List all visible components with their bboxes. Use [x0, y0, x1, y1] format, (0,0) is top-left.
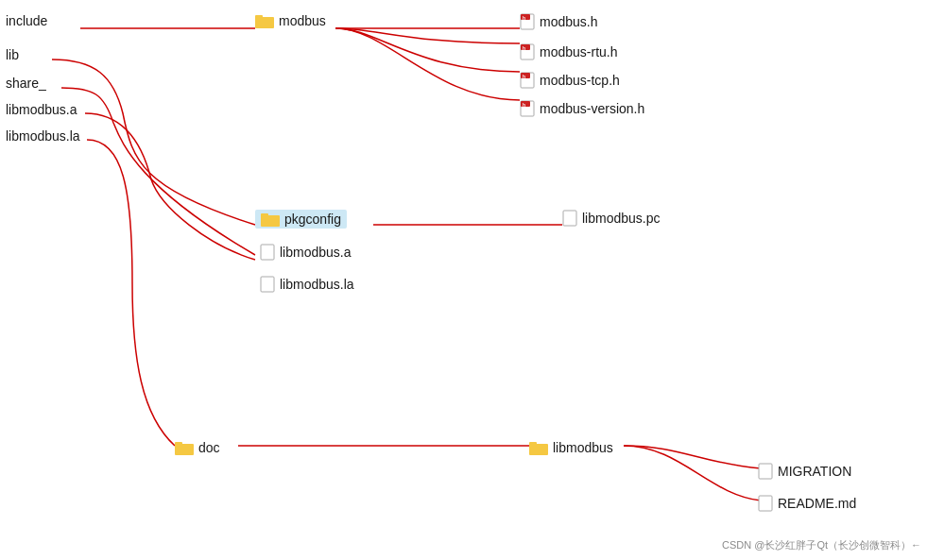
header-file-icon-2: h: [520, 43, 535, 60]
modbus-tcp-h-item[interactable]: h modbus-tcp.h: [520, 72, 620, 89]
modbus-folder-item[interactable]: modbus: [255, 13, 326, 28]
svg-rect-23: [759, 464, 772, 479]
header-file-icon: h: [520, 13, 535, 30]
doc-folder-item[interactable]: doc: [175, 440, 220, 455]
libmodbus-la-root-item[interactable]: libmodbus.la: [6, 128, 80, 144]
generic-file-icon: [562, 210, 577, 227]
libmodbus-a-root-item[interactable]: libmodbus.a: [6, 102, 77, 117]
folder-icon-pkgconfig: [261, 212, 280, 227]
folder-icon-doc: [175, 440, 194, 455]
svg-rect-20: [175, 442, 182, 446]
include-item[interactable]: include: [6, 13, 47, 28]
svg-rect-18: [261, 277, 274, 292]
modbus-version-h-item[interactable]: h modbus-version.h: [520, 100, 644, 117]
share-item[interactable]: share_: [6, 76, 46, 91]
svg-rect-16: [563, 211, 576, 226]
tree-container: include lib share_ libmodbus.a libmodbus…: [0, 0, 927, 560]
migration-item[interactable]: MIGRATION: [758, 463, 851, 480]
libmodbus-doc-folder-item[interactable]: libmodbus: [529, 440, 613, 455]
svg-rect-22: [529, 442, 537, 446]
lib-libmodbus-a-item[interactable]: libmodbus.a: [260, 244, 352, 261]
generic-file-icon-2: [260, 244, 275, 261]
svg-rect-15: [261, 213, 268, 217]
svg-rect-24: [759, 496, 772, 511]
libmodbus-pc-item[interactable]: libmodbus.pc: [562, 210, 661, 227]
folder-icon: [255, 13, 274, 28]
modbus-h-item[interactable]: h modbus.h: [520, 13, 597, 30]
svg-text:h: h: [523, 102, 525, 108]
generic-file-icon-4: [758, 463, 773, 480]
pkgconfig-folder-item[interactable]: pkgconfig: [255, 210, 347, 229]
header-file-icon-4: h: [520, 100, 535, 117]
svg-text:h: h: [523, 74, 525, 79]
lib-item[interactable]: lib: [6, 47, 19, 62]
modbus-rtu-h-item[interactable]: h modbus-rtu.h: [520, 43, 617, 60]
svg-rect-1: [255, 15, 263, 19]
header-file-icon-3: h: [520, 72, 535, 89]
svg-text:h: h: [523, 45, 525, 51]
svg-rect-17: [261, 245, 274, 260]
lib-libmodbus-la-item[interactable]: libmodbus.la: [260, 276, 354, 293]
generic-file-icon-3: [260, 276, 275, 293]
generic-file-icon-5: [758, 495, 773, 512]
watermark: CSDN @长沙红胖子Qt（长沙创微智科）←: [722, 538, 921, 552]
folder-icon-libmodbus: [529, 440, 548, 455]
readme-item[interactable]: README.md: [758, 495, 856, 512]
svg-text:h: h: [523, 15, 525, 21]
